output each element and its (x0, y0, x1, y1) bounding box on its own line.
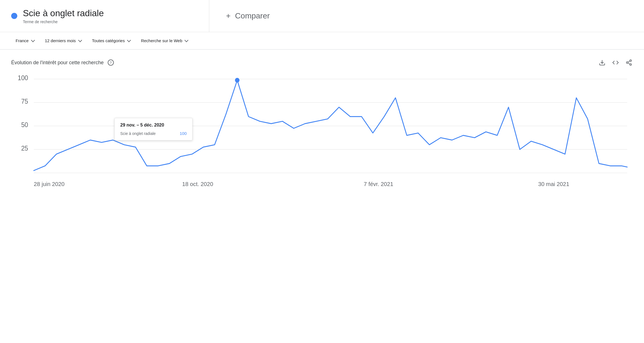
filters-bar: France 12 derniers mois Toutes catégorie… (0, 32, 644, 50)
period-chevron (78, 38, 82, 42)
svg-line-4 (628, 63, 630, 64)
svg-text:18 oct. 2020: 18 oct. 2020 (182, 181, 213, 187)
country-filter[interactable]: France (11, 36, 38, 45)
category-filter[interactable]: Toutes catégories (88, 36, 134, 45)
search-term-subtitle: Terme de recherche (23, 20, 104, 24)
period-label: 12 derniers mois (45, 38, 76, 43)
search-term-text: Scie à onglet radiale Terme de recherche (23, 8, 104, 24)
search-term-dot (11, 13, 17, 19)
svg-text:100: 100 (18, 74, 28, 82)
chart-section: Évolution de l'intérêt pour cette recher… (0, 50, 644, 196)
svg-point-2 (626, 62, 628, 63)
chart-svg: 100 75 50 25 28 juin 2020 18 oct. 2020 7… (11, 73, 633, 190)
peak-dot (235, 78, 239, 83)
svg-text:25: 25 (21, 145, 28, 152)
plus-icon: + (226, 11, 230, 20)
chart-actions (598, 59, 633, 66)
header-area: Scie à onglet radiale Terme de recherche… (0, 0, 644, 32)
share-icon[interactable] (625, 59, 633, 66)
chart-title-area: Évolution de l'intérêt pour cette recher… (11, 59, 114, 66)
chart-title: Évolution de l'intérêt pour cette recher… (11, 60, 104, 66)
svg-text:7 févr. 2021: 7 févr. 2021 (364, 181, 393, 187)
help-icon[interactable]: ? (108, 59, 114, 66)
embed-icon[interactable] (612, 59, 619, 66)
svg-point-1 (630, 60, 631, 61)
compare-label: Comparer (235, 11, 270, 20)
period-filter[interactable]: 12 derniers mois (40, 36, 85, 45)
category-chevron (127, 38, 131, 42)
category-label: Toutes catégories (92, 38, 125, 43)
search-term-panel: Scie à onglet radiale Terme de recherche (0, 0, 209, 32)
svg-point-3 (630, 64, 631, 65)
country-chevron (31, 38, 35, 42)
search-type-label: Recherche sur le Web (141, 38, 182, 43)
svg-text:28 juin 2020: 28 juin 2020 (34, 181, 64, 187)
search-type-chevron (184, 38, 188, 42)
svg-text:50: 50 (21, 121, 28, 128)
svg-text:30 mai 2021: 30 mai 2021 (538, 181, 569, 187)
country-label: France (16, 38, 29, 43)
chart-container[interactable]: 100 75 50 25 28 juin 2020 18 oct. 2020 7… (11, 73, 633, 190)
compare-panel[interactable]: + Comparer (209, 0, 644, 32)
search-type-filter[interactable]: Recherche sur le Web (136, 36, 192, 45)
download-icon[interactable] (598, 59, 606, 66)
chart-header: Évolution de l'intérêt pour cette recher… (11, 59, 633, 66)
svg-text:75: 75 (21, 98, 28, 105)
search-term-title: Scie à onglet radiale (23, 8, 104, 18)
svg-line-5 (628, 61, 630, 62)
